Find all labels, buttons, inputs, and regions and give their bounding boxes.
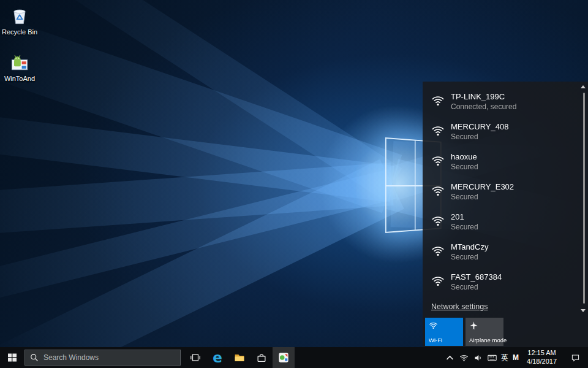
wifi-icon — [459, 353, 469, 362]
wifi-network-status: Secured — [451, 132, 508, 142]
wifi-signal-icon — [431, 274, 445, 288]
wifi-network-status: Secured — [451, 282, 502, 292]
wifi-network-name: MERCURY_E302 — [451, 182, 514, 192]
wifi-network-item[interactable]: MTandCzy Secured — [423, 237, 588, 267]
wintoand-icon — [7, 52, 32, 74]
wifi-network-name: MERCURY_408 — [451, 121, 508, 132]
app-icon — [278, 352, 289, 363]
tray-expand-button[interactable] — [445, 353, 454, 362]
desktop-icon-recycle-bin[interactable]: Recycle Bin — [0, 5, 39, 36]
tray-keyboard-button[interactable] — [487, 353, 497, 362]
airplane-mode-tile[interactable]: Airplane mode — [466, 318, 503, 346]
wifi-network-item[interactable]: MERCURY_408 Secured — [423, 117, 588, 147]
notification-icon — [571, 353, 580, 362]
tray-clock[interactable]: 12:15 AM 4/18/2017 — [523, 349, 560, 366]
wifi-network-status: Connected, secured — [451, 102, 516, 112]
wifi-signal-icon — [431, 124, 445, 137]
scrollbar[interactable] — [579, 85, 587, 312]
wifi-network-name: MTandCzy — [451, 242, 488, 252]
folder-icon — [234, 352, 245, 363]
wifi-network-name: TP-LINK_199C — [451, 91, 516, 102]
taskbar: e — [0, 347, 588, 368]
start-button[interactable] — [0, 347, 24, 368]
wifi-network-status: Secured — [451, 162, 478, 172]
airplane-icon — [469, 321, 478, 330]
wifi-flyout-panel: TP-LINK_199C Connected, secured MERCURY_… — [423, 82, 588, 347]
scroll-up-arrow-icon[interactable] — [581, 85, 586, 88]
file-explorer-button[interactable] — [228, 347, 251, 368]
wifi-network-name: FAST_687384 — [451, 272, 502, 282]
airplane-tile-label: Airplane mode — [469, 337, 507, 343]
desktop-icon-label: Recycle Bin — [0, 28, 39, 36]
wifi-network-item[interactable]: haoxue Secured — [423, 147, 588, 177]
wifi-network-item[interactable]: TP-LINK_199C Connected, secured — [423, 86, 588, 117]
system-tray: 英 M 12:15 AM 4/18/2017 — [445, 347, 588, 368]
edge-icon: e — [213, 351, 222, 365]
wifi-tile-label: Wi-Fi — [429, 337, 442, 343]
running-app-button[interactable] — [273, 347, 295, 368]
task-view-button[interactable] — [184, 347, 206, 368]
touch-keyboard-icon — [488, 353, 497, 362]
speaker-icon — [473, 353, 483, 362]
wifi-network-item[interactable]: 201 Secured — [423, 207, 588, 237]
wifi-network-name: haoxue — [451, 151, 478, 162]
wifi-icon — [429, 321, 438, 330]
clock-time: 12:15 AM — [527, 349, 557, 358]
store-button[interactable] — [251, 347, 273, 368]
wifi-network-item[interactable]: MERCURY_E302 Secured — [423, 177, 588, 207]
tray-ime-indicator[interactable]: 英 — [501, 353, 508, 363]
desktop-icon-label: WinToAnd — [0, 75, 39, 82]
windows-logo-icon — [7, 353, 17, 362]
wifi-network-name: 201 — [451, 212, 478, 222]
desktop-icon-wintoand[interactable]: WinToAnd — [0, 52, 39, 82]
wifi-network-list: TP-LINK_199C Connected, secured MERCURY_… — [423, 82, 588, 297]
clock-date: 4/18/2017 — [527, 358, 557, 366]
recycle-bin-icon — [7, 5, 32, 27]
quick-action-tiles: Wi-Fi Airplane mode — [423, 318, 588, 348]
wifi-signal-icon — [431, 184, 445, 197]
task-view-icon — [190, 352, 201, 363]
tray-ime-mode-indicator[interactable]: M — [513, 353, 519, 362]
wifi-signal-icon — [431, 154, 445, 167]
wifi-signal-icon — [431, 94, 445, 107]
tray-wifi-button[interactable] — [459, 353, 469, 362]
scroll-down-arrow-icon[interactable] — [581, 309, 586, 312]
wifi-network-status: Secured — [451, 252, 488, 262]
search-input[interactable] — [43, 353, 175, 362]
wifi-network-item[interactable]: FAST_687384 Secured — [423, 267, 588, 297]
chevron-up-icon — [445, 353, 454, 362]
tray-volume-button[interactable] — [473, 353, 483, 362]
wifi-signal-icon — [431, 214, 445, 228]
wifi-network-status: Secured — [451, 222, 478, 232]
action-center-button[interactable] — [565, 347, 586, 368]
store-bag-icon — [256, 352, 267, 363]
search-icon — [30, 353, 39, 362]
wifi-toggle-tile[interactable]: Wi-Fi — [425, 318, 463, 346]
network-settings-link[interactable]: Network settings — [431, 302, 488, 311]
taskbar-search-box[interactable] — [24, 350, 181, 366]
edge-browser-button[interactable]: e — [206, 347, 228, 368]
wifi-signal-icon — [431, 244, 445, 258]
wifi-network-status: Secured — [451, 192, 514, 202]
scrollbar-thumb[interactable] — [583, 93, 585, 304]
screen: Recycle Bin WinToAnd TP-LINK_199C Connec… — [0, 0, 588, 368]
